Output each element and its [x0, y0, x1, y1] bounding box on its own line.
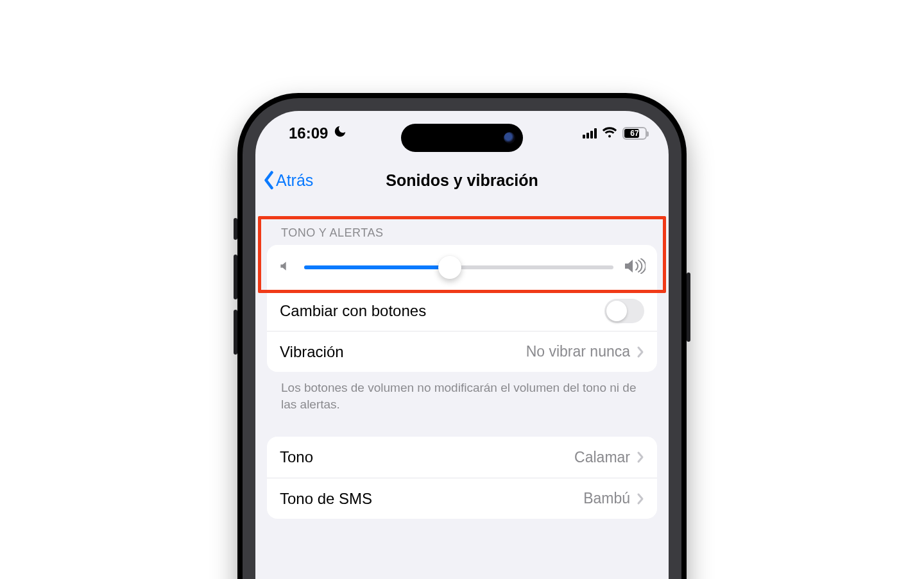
volume-slider-row [267, 245, 657, 290]
status-time: 16:09 [289, 124, 328, 142]
ringtone-row[interactable]: Tono Calamar [267, 437, 657, 478]
change-with-buttons-row[interactable]: Cambiar con botones [267, 290, 657, 331]
ringer-footer: Los botones de volumen no modificarán el… [267, 372, 657, 412]
volume-slider[interactable] [304, 256, 613, 279]
volume-up-button[interactable] [234, 255, 237, 299]
back-label: Atrás [276, 171, 313, 190]
page-title: Sonidos y vibración [255, 171, 669, 190]
chevron-right-icon [637, 346, 644, 358]
content: TONO Y ALERTAS [255, 207, 669, 579]
phone-bezel: 16:09 67 [243, 98, 681, 579]
change-with-buttons-toggle[interactable] [604, 299, 644, 323]
change-with-buttons-label: Cambiar con botones [280, 302, 426, 320]
ringtone-value: Calamar [574, 449, 630, 466]
chevron-right-icon [637, 492, 644, 505]
tones-card: Tono Calamar Tono de SMS Bambú [267, 437, 657, 519]
status-bar: 16:09 67 [255, 111, 669, 156]
speaker-low-icon [278, 260, 294, 275]
vibration-value: No vibrar nunca [526, 343, 630, 360]
slider-fill [304, 265, 450, 269]
battery-icon: 67 [622, 127, 647, 140]
ringtone-label: Tono [280, 448, 313, 466]
phone-frame: 16:09 67 [237, 93, 687, 579]
screen: 16:09 67 [255, 111, 669, 579]
back-button[interactable]: Atrás [255, 171, 313, 190]
chevron-right-icon [637, 451, 644, 464]
toggle-knob [606, 301, 627, 321]
power-button[interactable] [687, 273, 690, 342]
silence-switch[interactable] [234, 218, 237, 240]
moon-icon [333, 124, 347, 142]
battery-percent: 67 [624, 129, 646, 138]
text-tone-row[interactable]: Tono de SMS Bambú [267, 478, 657, 519]
volume-down-button[interactable] [234, 310, 237, 355]
wifi-icon [602, 126, 617, 140]
ringer-card: Cambiar con botones Vibración No vibrar … [267, 245, 657, 372]
speaker-high-icon [624, 258, 646, 276]
text-tone-value: Bambú [583, 490, 630, 507]
cellular-icon [583, 128, 597, 138]
vibration-row[interactable]: Vibración No vibrar nunca [267, 331, 657, 372]
chevron-left-icon [263, 171, 275, 190]
text-tone-label: Tono de SMS [280, 490, 372, 508]
slider-thumb[interactable] [438, 256, 461, 279]
section-header-ringer: TONO Y ALERTAS [267, 207, 657, 245]
nav-bar: Atrás Sonidos y vibración [255, 162, 669, 198]
vibration-label: Vibración [280, 343, 344, 361]
